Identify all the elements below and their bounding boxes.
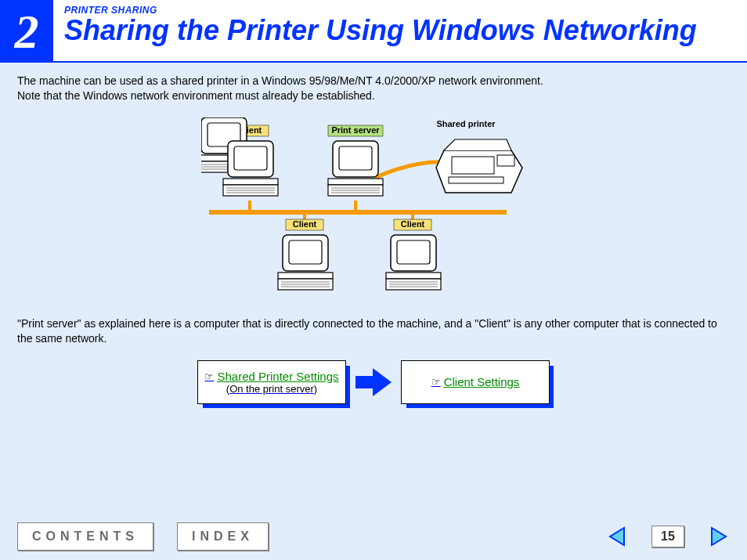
diagram-label-client-bl: Client — [293, 219, 317, 229]
link-label: Client Settings — [444, 375, 520, 388]
next-page-button[interactable] — [708, 526, 730, 547]
svg-rect-17 — [497, 155, 514, 166]
diagram-label-shared-printer: Shared printer — [436, 119, 496, 128]
svg-rect-1 — [248, 201, 251, 211]
page-header: 2 PRINTER SHARING Sharing the Printer Us… — [0, 0, 747, 63]
svg-rect-16 — [452, 157, 494, 174]
computer-icon — [223, 141, 278, 196]
svg-rect-18 — [449, 177, 503, 183]
index-button[interactable]: INDEX — [177, 522, 269, 551]
prev-page-button[interactable] — [606, 526, 628, 547]
svg-marker-20 — [610, 528, 624, 545]
shared-printer-settings-link[interactable]: ☞ Shared Printer Settings (On the print … — [197, 360, 346, 404]
computer-icon — [328, 141, 383, 196]
computer-icon — [278, 235, 333, 290]
arrow-right-icon — [355, 367, 392, 398]
client-settings-link[interactable]: ☞ Client Settings — [401, 360, 550, 404]
link-label: Shared Printer Settings — [217, 370, 338, 383]
svg-rect-0 — [209, 210, 507, 215]
svg-marker-19 — [355, 368, 392, 396]
contents-button[interactable]: CONTENTS — [17, 522, 153, 551]
diagram-label-client-br: Client — [401, 219, 425, 229]
computer-icon — [386, 235, 441, 290]
network-diagram: Client Print server Shared printer Clien… — [17, 117, 730, 305]
link-sub: (On the print server) — [226, 383, 317, 395]
diagram-label-print-server: Print server — [331, 125, 380, 135]
pointer-icon: ☞ — [431, 376, 441, 388]
explain-paragraph: "Print server" as explained here is a co… — [17, 316, 730, 346]
page-title: Sharing the Printer Using Windows Networ… — [64, 16, 747, 45]
svg-rect-2 — [354, 201, 357, 211]
intro-paragraph: The machine can be used as a shared prin… — [17, 74, 730, 103]
page-number: 15 — [651, 526, 684, 547]
svg-marker-21 — [712, 528, 726, 545]
pointer-icon: ☞ — [204, 370, 214, 382]
printer-icon — [436, 139, 522, 193]
chapter-number: 2 — [0, 0, 53, 63]
